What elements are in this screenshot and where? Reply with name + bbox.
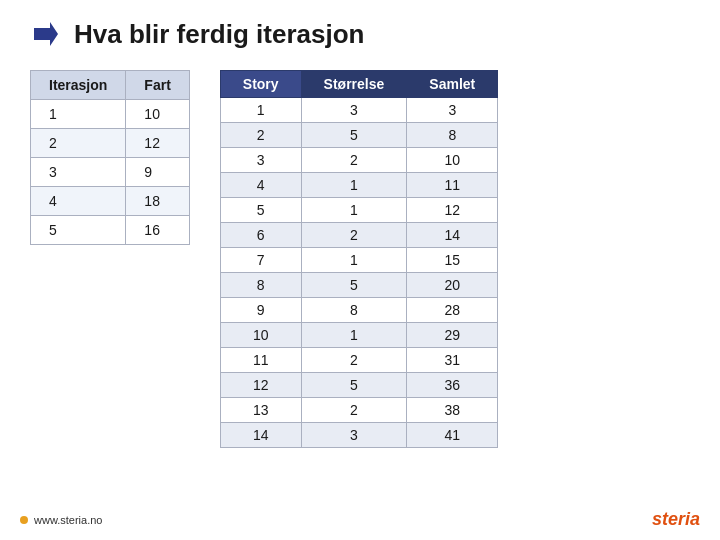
right-cell-story: 12	[220, 373, 301, 398]
right-cell-samlet: 3	[407, 98, 498, 123]
right-cell-story: 1	[220, 98, 301, 123]
header-area: Hva blir ferdig iterasjon	[0, 0, 720, 60]
right-cell-samlet: 20	[407, 273, 498, 298]
right-cell-storrelse: 3	[301, 423, 407, 448]
right-cell-story: 2	[220, 123, 301, 148]
right-cell-storrelse: 2	[301, 148, 407, 173]
left-cell-iterasjon: 4	[31, 187, 126, 216]
right-cell-storrelse: 1	[301, 173, 407, 198]
left-cell-iterasjon: 1	[31, 100, 126, 129]
logo-text: ste	[652, 509, 678, 529]
table-row: 12536	[220, 373, 497, 398]
right-cell-samlet: 31	[407, 348, 498, 373]
table-row: 4111	[220, 173, 497, 198]
left-cell-fart: 9	[126, 158, 189, 187]
left-cell-iterasjon: 5	[31, 216, 126, 245]
right-col-story: Story	[220, 71, 301, 98]
right-cell-story: 6	[220, 223, 301, 248]
left-cell-fart: 16	[126, 216, 189, 245]
right-cell-samlet: 8	[407, 123, 498, 148]
right-cell-samlet: 28	[407, 298, 498, 323]
right-cell-storrelse: 2	[301, 348, 407, 373]
right-cell-samlet: 12	[407, 198, 498, 223]
right-cell-samlet: 11	[407, 173, 498, 198]
right-cell-samlet: 15	[407, 248, 498, 273]
right-cell-samlet: 38	[407, 398, 498, 423]
right-cell-storrelse: 3	[301, 98, 407, 123]
right-cell-storrelse: 8	[301, 298, 407, 323]
right-cell-storrelse: 2	[301, 223, 407, 248]
left-table-container: Iterasjon Fart 11021239418516	[30, 70, 190, 448]
table-row: 13238	[220, 398, 497, 423]
table-row: 9828	[220, 298, 497, 323]
left-cell-fart: 12	[126, 129, 189, 158]
table-row: 258	[220, 123, 497, 148]
table-row: 39	[31, 158, 190, 187]
right-cell-story: 11	[220, 348, 301, 373]
right-cell-story: 14	[220, 423, 301, 448]
right-cell-samlet: 29	[407, 323, 498, 348]
left-cell-fart: 18	[126, 187, 189, 216]
table-row: 133	[220, 98, 497, 123]
table-row: 6214	[220, 223, 497, 248]
right-cell-story: 7	[220, 248, 301, 273]
table-row: 3210	[220, 148, 497, 173]
table-row: 10129	[220, 323, 497, 348]
right-cell-storrelse: 2	[301, 398, 407, 423]
right-cell-samlet: 41	[407, 423, 498, 448]
right-cell-story: 4	[220, 173, 301, 198]
right-cell-storrelse: 1	[301, 198, 407, 223]
right-cell-story: 3	[220, 148, 301, 173]
right-table: Story Størrelse Samlet 13325832104111511…	[220, 70, 498, 448]
right-cell-story: 13	[220, 398, 301, 423]
table-row: 8520	[220, 273, 497, 298]
left-cell-iterasjon: 2	[31, 129, 126, 158]
page: Hva blir ferdig iterasjon Iterasjon Fart…	[0, 0, 720, 540]
right-cell-story: 10	[220, 323, 301, 348]
right-cell-storrelse: 5	[301, 373, 407, 398]
right-cell-storrelse: 5	[301, 273, 407, 298]
right-cell-storrelse: 1	[301, 248, 407, 273]
left-col-fart: Fart	[126, 71, 189, 100]
right-cell-storrelse: 1	[301, 323, 407, 348]
content-area: Iterasjon Fart 11021239418516 Story Stør…	[0, 60, 720, 458]
arrow-right-icon	[30, 18, 62, 50]
right-cell-samlet: 10	[407, 148, 498, 173]
logo-accent: ria	[678, 509, 700, 529]
right-cell-story: 5	[220, 198, 301, 223]
right-cell-samlet: 14	[407, 223, 498, 248]
table-row: 7115	[220, 248, 497, 273]
left-cell-iterasjon: 3	[31, 158, 126, 187]
table-row: 212	[31, 129, 190, 158]
page-title: Hva blir ferdig iterasjon	[74, 19, 364, 50]
left-cell-fart: 10	[126, 100, 189, 129]
right-cell-story: 9	[220, 298, 301, 323]
table-row: 418	[31, 187, 190, 216]
svg-marker-0	[34, 22, 58, 46]
footer-dot	[20, 516, 28, 524]
steria-logo: steria	[652, 509, 700, 530]
footer-website: www.steria.no	[34, 514, 102, 526]
table-row: 5112	[220, 198, 497, 223]
right-cell-samlet: 36	[407, 373, 498, 398]
left-table: Iterasjon Fart 11021239418516	[30, 70, 190, 245]
right-col-storrelse: Størrelse	[301, 71, 407, 98]
right-cell-storrelse: 5	[301, 123, 407, 148]
footer: www.steria.no	[20, 514, 102, 526]
right-cell-story: 8	[220, 273, 301, 298]
left-col-iterasjon: Iterasjon	[31, 71, 126, 100]
table-row: 11231	[220, 348, 497, 373]
table-row: 110	[31, 100, 190, 129]
table-row: 14341	[220, 423, 497, 448]
right-col-samlet: Samlet	[407, 71, 498, 98]
table-row: 516	[31, 216, 190, 245]
right-table-container: Story Størrelse Samlet 13325832104111511…	[220, 70, 498, 448]
